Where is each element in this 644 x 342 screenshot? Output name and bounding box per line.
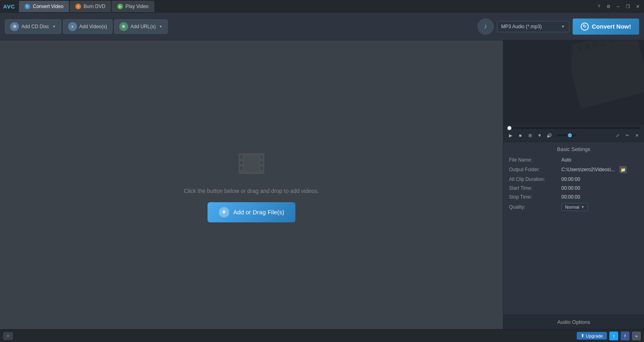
svg-rect-8: [260, 167, 263, 170]
format-dropdown[interactable]: MP3 Audio (*.mp3) ▼: [497, 21, 569, 32]
fullscreen-button[interactable]: ⤢: [613, 131, 621, 139]
upgrade-label: Upgrade: [586, 334, 603, 338]
settings-icon[interactable]: ⚙: [605, 3, 612, 10]
output-folder-label: Output Folder:: [509, 167, 561, 172]
control-buttons: ▶ ■ ⊞ ▼ 🔊 ⤢ ✂ ✕: [507, 131, 641, 139]
bottom-right: ⬆ Upgrade t f »: [577, 332, 641, 340]
add-files-label: Add or Drag File(s): [233, 209, 285, 216]
collapse-panel-button[interactable]: «: [3, 332, 13, 340]
drop-hint-text: Click the button below or drag and drop …: [184, 188, 319, 194]
main-layout: Click the button below or drag and drop …: [0, 40, 644, 329]
volume-icon: 🔊: [545, 131, 553, 139]
minimize-button[interactable]: ─: [615, 3, 621, 10]
output-folder-row: Output Folder: C:\Users\zero2\Videos\...…: [509, 166, 638, 173]
play-tab-label: Play Video: [125, 4, 148, 9]
file-name-row: File Name: Auto: [509, 157, 638, 163]
facebook-button[interactable]: f: [621, 332, 629, 340]
title-bar-left: AVC ↻ Convert Video ● Burn DVD ▶ Play Vi…: [3, 1, 154, 12]
quality-dropdown-arrow: ▼: [581, 205, 584, 209]
audio-options-bar[interactable]: Audio Options: [503, 315, 644, 329]
preview-film-strip: [571, 40, 644, 117]
screenshot-button[interactable]: ⊞: [526, 131, 534, 139]
clip-duration-label: All Clip Duration:: [509, 176, 561, 182]
svg-rect-6: [260, 155, 263, 159]
upgrade-icon: ⬆: [581, 333, 584, 338]
more-icon: »: [635, 334, 638, 338]
add-drag-files-button[interactable]: + Add or Drag File(s): [208, 202, 296, 222]
add-cd-button[interactable]: ⊕ Add CD Disc ▼: [5, 19, 61, 34]
content-area: Click the button below or drag and drop …: [0, 40, 503, 329]
browse-folder-button[interactable]: 📁: [619, 166, 627, 173]
svg-rect-5: [240, 167, 243, 170]
music-format-icon[interactable]: ♪: [478, 19, 494, 35]
volume-slider[interactable]: [557, 135, 577, 136]
add-url-button[interactable]: ⊕ Add URL(s) ▼: [114, 19, 168, 34]
convert-now-icon: ↻: [581, 23, 589, 31]
audio-options-label: Audio Options: [557, 319, 590, 325]
format-area: ♪ MP3 Audio (*.mp3) ▼ ↻ Convert Now!: [478, 19, 640, 35]
settings-title: Basic Settings: [509, 146, 638, 152]
bottom-left: «: [3, 332, 13, 340]
more-button[interactable]: »: [632, 332, 641, 340]
clip-duration-value: 00:00:00: [561, 176, 638, 182]
preview-area: [503, 40, 644, 125]
burn-tab-icon: ●: [75, 4, 81, 9]
svg-rect-9: [244, 155, 259, 172]
format-dropdown-arrow: ▼: [561, 25, 565, 29]
close-button[interactable]: ✕: [634, 3, 641, 10]
quality-value: Normal: [565, 205, 579, 209]
svg-rect-3: [240, 155, 243, 159]
quality-dropdown[interactable]: Normal ▼: [561, 203, 588, 211]
facebook-icon: f: [624, 334, 625, 338]
twitter-icon: t: [613, 334, 614, 338]
add-url-label: Add URL(s): [131, 24, 156, 29]
close-preview-button[interactable]: ✕: [633, 131, 641, 139]
start-time-value: 00:00:00: [561, 185, 638, 191]
settings-panel: Basic Settings File Name: Auto Output Fo…: [503, 142, 644, 315]
add-video-button[interactable]: + Add Video(s): [63, 19, 112, 34]
play-button[interactable]: ▶: [507, 131, 515, 139]
add-url-dropdown-arrow: ▼: [159, 25, 162, 29]
player-controls: ▶ ■ ⊞ ▼ 🔊 ⤢ ✂ ✕: [503, 125, 644, 142]
add-cd-icon: ⊕: [10, 22, 19, 31]
toolbar: ⊕ Add CD Disc ▼ + Add Video(s) ⊕ Add URL…: [0, 13, 644, 40]
start-time-row: Start Time: 00:00:00: [509, 185, 638, 191]
progress-thumb: [507, 126, 511, 130]
upgrade-button[interactable]: ⬆ Upgrade: [577, 332, 607, 340]
quality-label: Quality:: [509, 204, 561, 210]
bottom-bar: « ⬆ Upgrade t f »: [0, 329, 644, 342]
tab-burn[interactable]: ● Burn DVD: [70, 1, 111, 12]
crop-button[interactable]: ✂: [623, 131, 631, 139]
tab-convert[interactable]: ↻ Convert Video: [19, 1, 69, 12]
add-cd-dropdown-arrow: ▼: [52, 25, 56, 29]
burn-tab-label: Burn DVD: [83, 4, 105, 9]
app-logo: AVC: [3, 4, 15, 10]
svg-rect-7: [260, 161, 263, 164]
convert-now-label: Convert Now!: [592, 23, 632, 30]
file-name-value: Auto: [561, 157, 638, 163]
stop-time-label: Stop Time:: [509, 194, 561, 200]
convert-tab-icon: ↻: [25, 4, 30, 9]
twitter-button[interactable]: t: [609, 332, 618, 340]
start-time-label: Start Time:: [509, 185, 561, 191]
maximize-button[interactable]: ❐: [625, 3, 631, 10]
convert-now-button[interactable]: ↻ Convert Now!: [573, 19, 640, 35]
clip-duration-row: All Clip Duration: 00:00:00: [509, 176, 638, 182]
plus-circle-icon: +: [219, 207, 229, 218]
stop-button[interactable]: ■: [516, 131, 524, 139]
add-url-icon: ⊕: [119, 22, 128, 31]
settings-dropdown-button[interactable]: ▼: [536, 131, 544, 139]
output-folder-value: C:\Users\zero2\Videos\...: [561, 167, 618, 172]
quality-row: Quality: Normal ▼: [509, 203, 638, 211]
right-panel: ▶ ■ ⊞ ▼ 🔊 ⤢ ✂ ✕ Basic Settings File Name…: [503, 40, 644, 329]
svg-rect-4: [240, 161, 243, 164]
title-bar-controls: ? ⚙ ─ ❐ ✕: [596, 3, 641, 10]
play-tab-icon: ▶: [117, 4, 123, 9]
progress-bar[interactable]: [507, 127, 641, 129]
format-selected-label: MP3 Audio (*.mp3): [501, 24, 542, 29]
tab-play[interactable]: ▶ Play Video: [112, 1, 154, 12]
volume-thumb: [568, 133, 572, 137]
help-icon[interactable]: ?: [596, 3, 602, 10]
file-name-label: File Name:: [509, 157, 561, 163]
convert-tab-label: Convert Video: [33, 4, 63, 9]
